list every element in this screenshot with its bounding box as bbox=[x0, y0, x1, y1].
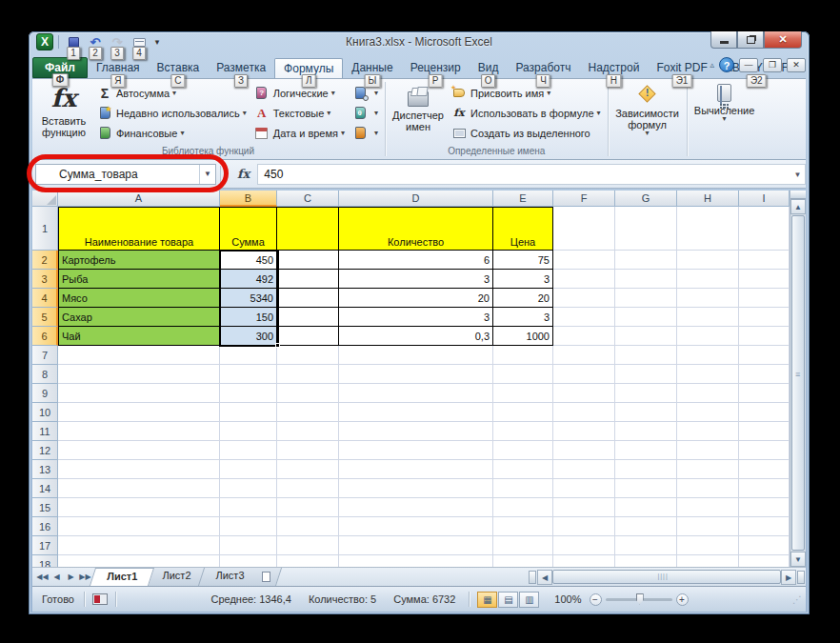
row-header-15[interactable]: 15 bbox=[32, 498, 58, 517]
cell-H15[interactable] bbox=[677, 498, 739, 517]
prev-sheet-icon[interactable]: ◀ bbox=[50, 573, 63, 581]
zoom-thumb[interactable] bbox=[636, 593, 644, 605]
cell-E13[interactable] bbox=[493, 460, 553, 479]
cell-G12[interactable] bbox=[615, 441, 677, 460]
scroll-down-icon[interactable]: ▼ bbox=[790, 552, 806, 567]
normal-view-button[interactable]: ▦ bbox=[477, 592, 497, 608]
cell-I11[interactable] bbox=[739, 422, 790, 441]
cell-A17[interactable] bbox=[58, 536, 220, 555]
resize-grip[interactable]: ⋰ bbox=[792, 594, 803, 605]
cell-C13[interactable] bbox=[277, 460, 339, 479]
help-button[interactable]: ? bbox=[719, 57, 734, 72]
cell-A7[interactable] bbox=[58, 346, 220, 365]
tab-рецензир[interactable]: РецензирР bbox=[402, 58, 470, 78]
cell-A3[interactable]: Рыба bbox=[58, 270, 220, 289]
cell-F15[interactable] bbox=[553, 498, 615, 517]
row-header-3[interactable]: 3 bbox=[32, 270, 58, 289]
cell-B6[interactable]: 300 bbox=[220, 327, 277, 346]
row-header-4[interactable]: 4 bbox=[32, 289, 58, 308]
tab-формулы[interactable]: ФормулыЛ bbox=[274, 58, 343, 78]
cell-H11[interactable] bbox=[677, 422, 739, 441]
split-handle[interactable] bbox=[797, 571, 805, 584]
cell-B11[interactable] bbox=[220, 422, 277, 441]
cell-C2[interactable] bbox=[277, 251, 339, 270]
cell-E1[interactable]: Цена bbox=[493, 207, 553, 251]
tab-вставка[interactable]: ВставкаС bbox=[149, 58, 209, 78]
cell-C14[interactable] bbox=[277, 479, 339, 498]
scroll-right-icon[interactable]: ▶ bbox=[781, 570, 796, 585]
cell-D3[interactable]: 3 bbox=[339, 270, 493, 289]
cell-E6[interactable]: 1000 bbox=[493, 327, 553, 346]
formula-input[interactable]: 450 bbox=[257, 164, 790, 185]
workbook-minimize-button[interactable]: — bbox=[739, 58, 758, 72]
cell-C18[interactable] bbox=[277, 555, 339, 567]
name-box-dropdown-icon[interactable]: ▼ bbox=[199, 165, 215, 184]
row-header-10[interactable]: 10 bbox=[32, 403, 58, 422]
split-handle[interactable] bbox=[790, 191, 806, 199]
cell-D15[interactable] bbox=[339, 498, 493, 517]
cell-B18[interactable] bbox=[220, 555, 277, 567]
row-header-8[interactable]: 8 bbox=[32, 365, 58, 384]
cell-H1[interactable] bbox=[677, 207, 739, 251]
tab-главная[interactable]: ГлавнаяЯ bbox=[88, 58, 149, 78]
formula-auditing-button[interactable]: ! Зависимости формул ▾ bbox=[611, 81, 684, 144]
restore-button[interactable] bbox=[737, 31, 764, 49]
cell-E15[interactable] bbox=[493, 498, 553, 517]
cell-I8[interactable] bbox=[739, 365, 790, 384]
cell-H14[interactable] bbox=[677, 479, 739, 498]
workbook-restore-button[interactable]: ❐ bbox=[763, 58, 782, 72]
cell-H17[interactable] bbox=[677, 536, 739, 555]
cell-G6[interactable] bbox=[615, 327, 677, 346]
cell-E10[interactable] bbox=[493, 403, 553, 422]
first-sheet-icon[interactable]: ◀◀ bbox=[36, 573, 49, 581]
use-in-formula-button[interactable]: fx Использовать в формуле▾ bbox=[448, 103, 605, 123]
cell-B17[interactable] bbox=[220, 536, 277, 555]
name-box[interactable]: Сумма_товара ▼ bbox=[35, 164, 216, 185]
cell-G14[interactable] bbox=[615, 479, 677, 498]
cell-D16[interactable] bbox=[339, 517, 493, 536]
tab-foxit-pdf[interactable]: Foxit PDFЭ1 bbox=[648, 58, 715, 78]
cell-A9[interactable] bbox=[58, 384, 220, 403]
workbook-close-button[interactable]: ✕ bbox=[787, 58, 806, 72]
cell-I15[interactable] bbox=[739, 498, 790, 517]
cell-C11[interactable] bbox=[277, 422, 339, 441]
cell-H6[interactable] bbox=[677, 327, 739, 346]
cell-A12[interactable] bbox=[58, 441, 220, 460]
cell-I16[interactable] bbox=[739, 517, 790, 536]
cell-G10[interactable] bbox=[615, 403, 677, 422]
page-layout-view-button[interactable]: ▤ bbox=[498, 592, 518, 608]
cell-F1[interactable] bbox=[553, 207, 615, 251]
select-all-corner[interactable] bbox=[32, 191, 58, 207]
cell-I12[interactable] bbox=[739, 441, 790, 460]
macro-record-icon[interactable] bbox=[92, 593, 108, 605]
cell-E11[interactable] bbox=[493, 422, 553, 441]
cell-C7[interactable] bbox=[277, 346, 339, 365]
cell-E9[interactable] bbox=[493, 384, 553, 403]
cell-H4[interactable] bbox=[677, 289, 739, 308]
cell-H3[interactable] bbox=[677, 270, 739, 289]
column-header-H[interactable]: H bbox=[677, 191, 739, 207]
cell-F17[interactable] bbox=[553, 536, 615, 555]
column-header-I[interactable]: I bbox=[739, 191, 790, 207]
cell-D9[interactable] bbox=[339, 384, 493, 403]
horizontal-scrollbar[interactable]: ◀ ▶ bbox=[528, 568, 806, 586]
cell-C9[interactable] bbox=[277, 384, 339, 403]
scroll-left-icon[interactable]: ◀ bbox=[537, 570, 552, 585]
cell-F13[interactable] bbox=[553, 460, 615, 479]
sheet-tab-лист1[interactable]: Лист1 bbox=[90, 568, 154, 586]
cell-G16[interactable] bbox=[615, 517, 677, 536]
cell-E18[interactable] bbox=[493, 555, 553, 567]
cell-F16[interactable] bbox=[553, 517, 615, 536]
cell-D2[interactable]: 6 bbox=[339, 251, 493, 270]
cell-F18[interactable] bbox=[553, 555, 615, 567]
cell-B1[interactable]: Сумма bbox=[220, 207, 277, 251]
cell-I10[interactable] bbox=[739, 403, 790, 422]
column-header-D[interactable]: D bbox=[339, 191, 493, 207]
cell-A15[interactable] bbox=[58, 498, 220, 517]
cell-H5[interactable] bbox=[677, 308, 739, 327]
cell-F6[interactable] bbox=[553, 327, 615, 346]
cell-I1[interactable] bbox=[739, 207, 790, 251]
cell-I3[interactable] bbox=[739, 270, 790, 289]
cell-F11[interactable] bbox=[553, 422, 615, 441]
row-header-14[interactable]: 14 bbox=[32, 479, 58, 498]
